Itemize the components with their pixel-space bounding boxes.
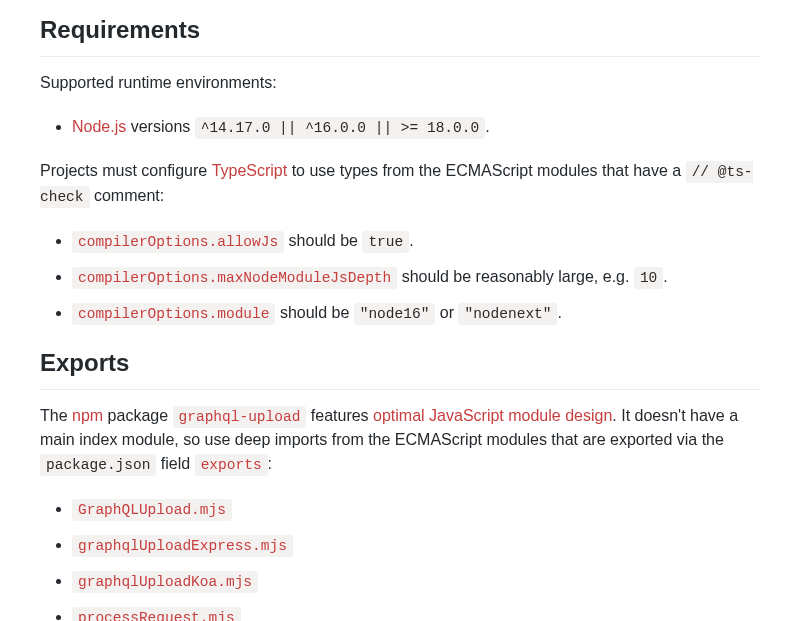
versions-post: .: [485, 118, 489, 135]
optimal-design-link[interactable]: optimal JavaScript module design: [373, 407, 612, 424]
opt-mid: should be: [284, 232, 362, 249]
opt-mid: should be: [275, 304, 353, 321]
opt-val: "node16": [354, 303, 436, 325]
exports-heading: Exports: [40, 345, 760, 390]
opt-val2: "nodenext": [458, 303, 557, 325]
compiler-options-list: compilerOptions.allowJs should be true. …: [40, 225, 760, 329]
list-item: graphqlUploadKoa.mjs: [72, 565, 760, 597]
list-item: processRequest.mjs: [72, 601, 760, 621]
list-item: GraphQLUpload.mjs: [72, 493, 760, 525]
ts-intro-pre: Projects must configure: [40, 162, 212, 179]
exports-field-link[interactable]: exports: [195, 455, 268, 472]
file-link[interactable]: graphqlUploadKoa.mjs: [72, 572, 258, 589]
opt-post: .: [409, 232, 413, 249]
exports-p-5: field: [156, 455, 194, 472]
exports-p-2: package: [103, 407, 172, 424]
opt-post: .: [663, 268, 667, 285]
maxnode-code: compilerOptions.maxNodeModuleJsDepth: [72, 267, 397, 289]
list-item: compilerOptions.allowJs should be true.: [72, 225, 760, 257]
opt-or: or: [435, 304, 458, 321]
opt-val: true: [362, 231, 409, 253]
opt-val: 10: [634, 267, 663, 289]
package-json-code: package.json: [40, 454, 156, 476]
list-item: compilerOptions.module should be "node16…: [72, 297, 760, 329]
opt-post: .: [557, 304, 561, 321]
npm-link[interactable]: npm: [72, 407, 103, 424]
graphql-upload-link[interactable]: graphql-upload: [173, 407, 307, 424]
maxnode-link[interactable]: compilerOptions.maxNodeModuleJsDepth: [72, 268, 397, 285]
list-item: graphqlUploadExpress.mjs: [72, 529, 760, 561]
file-link[interactable]: GraphQLUpload.mjs: [72, 500, 232, 517]
exports-p-6: :: [268, 455, 272, 472]
ts-intro-paragraph: Projects must configure TypeScript to us…: [40, 159, 760, 209]
file-code: GraphQLUpload.mjs: [72, 499, 232, 521]
runtime-list: Node.js versions ^14.17.0 || ^16.0.0 || …: [40, 111, 760, 143]
list-item: Node.js versions ^14.17.0 || ^16.0.0 || …: [72, 111, 760, 143]
allowjs-code: compilerOptions.allowJs: [72, 231, 284, 253]
exports-file-list: GraphQLUpload.mjs graphqlUploadExpress.m…: [40, 493, 760, 621]
exports-p-3: features: [306, 407, 373, 424]
file-link[interactable]: processRequest.mjs: [72, 608, 241, 621]
file-code: processRequest.mjs: [72, 607, 241, 621]
list-item: compilerOptions.maxNodeModuleJsDepth sho…: [72, 261, 760, 293]
module-code: compilerOptions.module: [72, 303, 275, 325]
opt-mid: should be reasonably large, e.g.: [397, 268, 634, 285]
versions-code: ^14.17.0 || ^16.0.0 || >= 18.0.0: [195, 117, 485, 139]
file-code: graphqlUploadKoa.mjs: [72, 571, 258, 593]
nodejs-link[interactable]: Node.js: [72, 118, 126, 135]
exports-field-code: exports: [195, 454, 268, 476]
exports-paragraph: The npm package graphql-upload features …: [40, 404, 760, 478]
requirements-heading: Requirements: [40, 12, 760, 57]
ts-intro-mid: to use types from the ECMAScript modules…: [287, 162, 685, 179]
module-link[interactable]: compilerOptions.module: [72, 304, 275, 321]
versions-pre: versions: [126, 118, 194, 135]
typescript-link[interactable]: TypeScript: [212, 162, 288, 179]
supported-intro: Supported runtime environments:: [40, 71, 760, 95]
ts-intro-post: comment:: [90, 187, 165, 204]
allowjs-link[interactable]: compilerOptions.allowJs: [72, 232, 284, 249]
file-link[interactable]: graphqlUploadExpress.mjs: [72, 536, 293, 553]
exports-p-1: The: [40, 407, 72, 424]
file-code: graphqlUploadExpress.mjs: [72, 535, 293, 557]
graphql-upload-code: graphql-upload: [173, 406, 307, 428]
